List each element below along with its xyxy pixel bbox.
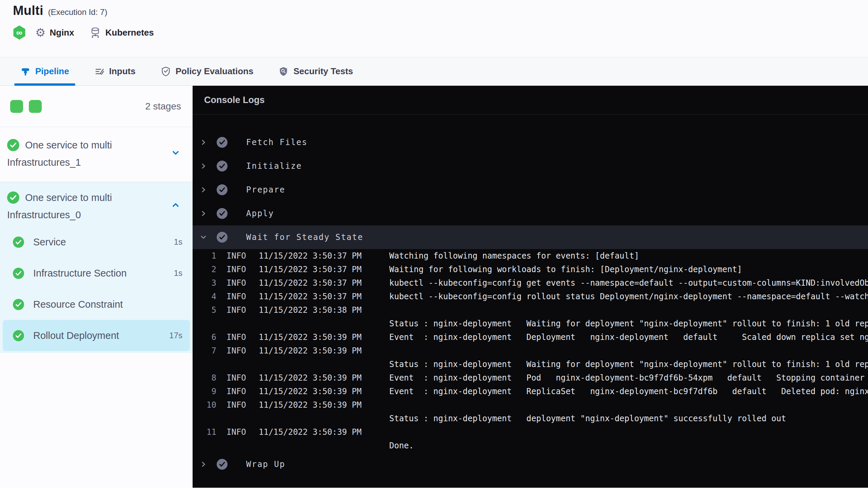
chevron-right-icon[interactable] xyxy=(199,210,208,217)
console-step-label: Apply xyxy=(246,209,274,218)
tab-pipeline[interactable]: Pipeline xyxy=(14,57,75,85)
chevron-right-icon[interactable] xyxy=(199,461,208,468)
log-level: INFO xyxy=(226,305,250,315)
page-title: Multi xyxy=(13,3,43,18)
stage-name: One service to multi Infrastructures_1 xyxy=(7,140,112,168)
execution-header: Multi (Execution Id: 7) ∞ ⚙ Nginx Kubern… xyxy=(0,0,868,57)
log-lines: 1INFO11/15/2022 3:50:37 PMWatching follo… xyxy=(193,249,868,452)
tab-label: Policy Evaluations xyxy=(176,66,254,77)
tab-bar: Pipeline Inputs Policy Evaluations Secur… xyxy=(0,57,868,86)
log-message: Watching following namespaces for events… xyxy=(389,251,639,261)
log-line: 7INFO11/15/2022 3:50:39 PM xyxy=(193,344,868,358)
step-list: Service 1s Infrastructure Section 1s Res… xyxy=(0,226,193,351)
stage-status-square[interactable] xyxy=(10,100,23,113)
chevron-right-icon[interactable] xyxy=(199,162,208,170)
step-duration: 17s xyxy=(169,331,182,340)
inputs-icon xyxy=(94,66,104,77)
chevron-up-icon[interactable] xyxy=(171,199,180,214)
log-line-number: 10 xyxy=(200,400,216,410)
log-line: 8INFO11/15/2022 3:50:39 PMEvent : nginx-… xyxy=(193,371,868,385)
console-logs-header: Console Logs xyxy=(193,86,868,115)
log-line: Status : nginx-deployment Waiting for de… xyxy=(193,317,868,330)
step-success-badge-icon xyxy=(216,184,228,196)
log-line: 9INFO11/15/2022 3:50:39 PMEvent : nginx-… xyxy=(193,385,868,398)
step-infrastructure-section[interactable]: Infrastructure Section 1s xyxy=(0,258,193,289)
log-line-number: 9 xyxy=(200,387,216,396)
log-line: 2INFO11/15/2022 3:50:37 PMWaiting for fo… xyxy=(193,263,868,276)
console-step-fetch-files[interactable]: Fetch Files xyxy=(193,130,868,154)
log-message: Status : nginx-deployment Waiting for de… xyxy=(389,319,868,328)
chevron-down-icon[interactable] xyxy=(171,147,180,161)
chevron-right-icon[interactable] xyxy=(199,186,208,194)
console-step-label: Wrap Up xyxy=(246,460,285,469)
console-step-wrap-up[interactable]: Wrap Up xyxy=(193,452,868,476)
log-line: Status : nginx-deployment Waiting for de… xyxy=(193,358,868,371)
console-step-wait-for-steady-state[interactable]: Wait for Steady State xyxy=(193,225,868,249)
log-message: Status : nginx-deployment deployment "ng… xyxy=(389,414,786,423)
console-body: Fetch Files Initialize Prepare xyxy=(193,115,868,476)
step-service[interactable]: Service 1s xyxy=(0,226,193,258)
tab-policy-evaluations[interactable]: Policy Evaluations xyxy=(155,57,260,85)
services-row: ∞ ⚙ Nginx Kubernetes xyxy=(13,25,868,40)
stage-name: One service to multi Infrastructures_0 xyxy=(7,192,112,220)
step-resource-constraint[interactable]: Resource Constraint xyxy=(0,289,193,320)
log-line-number: 2 xyxy=(200,265,216,274)
success-check-icon xyxy=(13,237,24,248)
log-line: 10INFO11/15/2022 3:50:39 PM xyxy=(193,398,868,412)
log-line: Status : nginx-deployment deployment "ng… xyxy=(193,412,868,425)
log-level: INFO xyxy=(226,265,250,274)
step-duration: 1s xyxy=(174,237,182,247)
step-success-badge-icon xyxy=(216,459,228,470)
title-row: Multi (Execution Id: 7) xyxy=(13,0,868,18)
console-step-apply[interactable]: Apply xyxy=(193,202,868,225)
stage-header-infrastructures-1[interactable]: One service to multi Infrastructures_1 xyxy=(0,138,193,170)
infrastructure-name[interactable]: Kubernetes xyxy=(105,27,154,38)
log-level: INFO xyxy=(226,373,250,383)
tab-label: Inputs xyxy=(109,66,136,77)
step-label: Service xyxy=(33,237,66,248)
console-step-initialize[interactable]: Initialize xyxy=(193,154,868,178)
stage-status-square[interactable] xyxy=(29,100,42,113)
step-label: Rollout Deployment xyxy=(33,330,119,341)
console-step-label: Initialize xyxy=(246,161,302,171)
chevron-down-icon[interactable] xyxy=(199,234,208,241)
console-step-label: Wait for Steady State xyxy=(246,232,363,242)
console-logs-title: Console Logs xyxy=(204,95,265,105)
stage-count: 2 stages xyxy=(145,101,181,112)
log-timestamp: 11/15/2022 3:50:39 PM xyxy=(259,427,364,437)
log-message: Event : nginx-deployment Pod nginx-deplo… xyxy=(389,373,868,383)
log-line: 1INFO11/15/2022 3:50:37 PMWatching follo… xyxy=(193,249,868,263)
service-name[interactable]: Nginx xyxy=(50,27,74,38)
kubernetes-icon xyxy=(90,27,101,38)
console-step-prepare[interactable]: Prepare xyxy=(193,178,868,202)
log-line-number: 4 xyxy=(200,292,216,301)
tab-inputs[interactable]: Inputs xyxy=(88,57,142,85)
log-line-number: 8 xyxy=(200,373,216,383)
log-line-number: 3 xyxy=(200,278,216,288)
log-line: 11INFO11/15/2022 3:50:39 PM xyxy=(193,425,868,439)
success-check-icon xyxy=(7,139,19,155)
step-label: Infrastructure Section xyxy=(33,268,127,279)
log-message: Status : nginx-deployment Waiting for de… xyxy=(389,360,868,369)
log-timestamp: 11/15/2022 3:50:39 PM xyxy=(259,332,364,342)
harness-success-icon: ∞ xyxy=(13,25,26,40)
log-line: Done. xyxy=(193,439,868,452)
log-message: Event : nginx-deployment Deployment ngin… xyxy=(389,332,868,342)
log-message: kubectl --kubeconfig=config rollout stat… xyxy=(389,292,868,301)
log-timestamp: 11/15/2022 3:50:39 PM xyxy=(259,400,364,410)
chevron-right-icon[interactable] xyxy=(199,139,208,146)
step-duration: 1s xyxy=(174,268,182,278)
tab-security-tests[interactable]: Security Tests xyxy=(272,57,359,85)
success-check-icon xyxy=(7,191,19,208)
shield-search-icon xyxy=(278,66,289,77)
execution-id: (Execution Id: 7) xyxy=(48,7,107,17)
stage-header-infrastructures-0[interactable]: One service to multi Infrastructures_0 xyxy=(0,190,193,222)
tab-label: Pipeline xyxy=(35,66,69,77)
log-message: Event : nginx-deployment ReplicaSet ngin… xyxy=(389,387,868,396)
pipeline-icon xyxy=(20,66,31,77)
log-level: INFO xyxy=(226,346,250,355)
infinity-icon: ∞ xyxy=(16,28,22,38)
log-timestamp: 11/15/2022 3:50:37 PM xyxy=(259,251,364,261)
step-rollout-deployment[interactable]: Rollout Deployment 17s xyxy=(3,320,190,351)
log-message: kubectl --kubeconfig=config get events -… xyxy=(389,278,868,288)
